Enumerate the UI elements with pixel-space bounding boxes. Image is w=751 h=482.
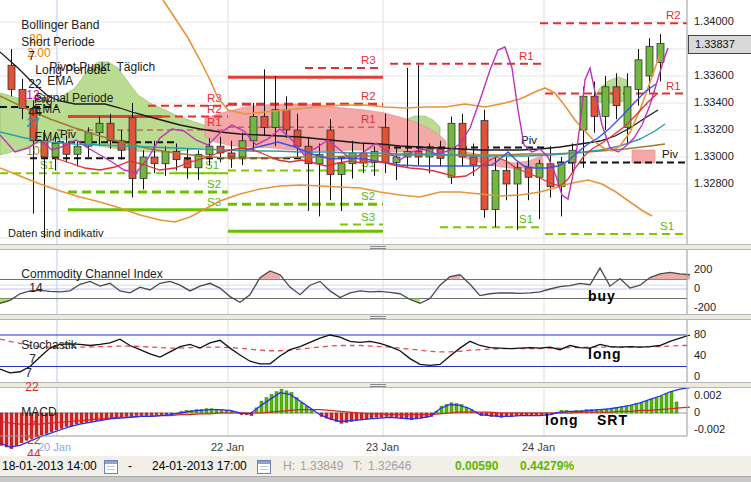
candlestick xyxy=(261,117,268,128)
candlestick xyxy=(228,153,235,157)
ema3-period: 100 xyxy=(26,144,46,158)
change-percent: 0.44279% xyxy=(520,459,574,473)
candlestick xyxy=(338,164,345,175)
macd-axis-label: -0.002 xyxy=(694,423,725,435)
pivot-level-label: R2 xyxy=(361,90,376,102)
pivot-level-label: R3 xyxy=(361,54,376,66)
stochastic-axis-label: 80 xyxy=(694,328,706,340)
macd-histogram-bar xyxy=(160,413,163,415)
x-axis-day-label: 24 Jan xyxy=(522,441,555,453)
current-price-tag: 1.33837 xyxy=(688,35,751,54)
price-axis-label: 1.33000 xyxy=(694,150,734,162)
cci-signal-text: buy xyxy=(588,288,616,304)
macd-histogram-bar xyxy=(665,393,668,413)
cci-axis-label: 200 xyxy=(694,263,712,275)
indicator-legend-row2: Short Periode 7 Long Periode 22 Signal P… xyxy=(8,21,113,133)
panel-splitter[interactable] xyxy=(0,244,751,250)
candlestick xyxy=(602,87,609,117)
status-bar: 18-01-2013 14:00 - 24-01-2013 17:00 H: 1… xyxy=(0,456,751,476)
splitter-grip-icon[interactable] xyxy=(370,246,386,249)
macd-histogram-bar xyxy=(655,398,658,413)
splitter-grip-icon[interactable] xyxy=(370,384,386,387)
cci-param: 14 xyxy=(29,281,42,295)
trading-chart-window: PivS1R3R2R1PivS1S2S3R3R2R1S1S2S3R1PivS1R… xyxy=(0,0,751,482)
signal-period-value: 44 xyxy=(28,105,41,119)
macd-histogram-bar xyxy=(80,413,83,423)
x-axis-day-label: 20 Jan xyxy=(38,441,71,453)
cci-panel-title: Commodity Channel Index 14 xyxy=(8,253,163,309)
macd-histogram-bar xyxy=(75,413,78,424)
disclaimer-note: Daten sind indikativ xyxy=(8,227,103,239)
macd-histogram-bar xyxy=(125,413,128,416)
pivot-level-label: S2 xyxy=(207,178,221,190)
pivot-level-label: R1 xyxy=(666,80,681,92)
macd-signal-text2: SRT xyxy=(597,412,628,428)
candlestick xyxy=(283,110,290,130)
macd-histogram-bar xyxy=(0,413,3,445)
macd-histogram-bar xyxy=(155,413,158,415)
bollinger-band-pink xyxy=(632,150,655,163)
macd-histogram-bar xyxy=(70,413,73,426)
price-axis-label: 1.33600 xyxy=(694,69,734,81)
candlestick xyxy=(613,87,620,106)
pivot-level-label: S1 xyxy=(519,213,533,225)
macd-histogram-bar xyxy=(130,413,133,416)
macd-histogram-bar xyxy=(150,413,153,416)
candlestick xyxy=(503,171,510,185)
macd-axis-label: 0.002 xyxy=(694,389,722,401)
candlestick xyxy=(206,146,213,154)
candlestick xyxy=(646,46,653,76)
stochastic-axis-label: 0 xyxy=(694,370,700,382)
calendar-icon[interactable] xyxy=(104,460,118,474)
bottom-edge-strip xyxy=(0,476,751,482)
long-period-label: Long Periode xyxy=(35,63,106,77)
long-period-value: 22 xyxy=(28,77,41,91)
macd-histogram-bar xyxy=(85,413,88,422)
x-axis-day-label: 22 Jan xyxy=(211,441,244,453)
macd-signal-text1: long xyxy=(545,412,579,428)
price-axis-label: 1.33400 xyxy=(694,96,734,108)
short-period-value: 7 xyxy=(28,49,35,63)
stochastic-signal-text: long xyxy=(588,346,622,362)
panel-splitter[interactable] xyxy=(0,314,751,320)
macd-histogram-bar xyxy=(145,413,148,416)
pivot-level-label: Piv xyxy=(662,148,678,160)
x-axis-day-label: 23 Jan xyxy=(366,441,399,453)
macd-histogram-bar xyxy=(65,413,68,427)
range-start-datetime: 18-01-2013 14:00 xyxy=(2,459,97,473)
candlestick xyxy=(162,152,169,164)
splitter-grip-icon[interactable] xyxy=(370,316,386,319)
macd-histogram-bar xyxy=(265,398,268,413)
stochastic-axis-label: 40 xyxy=(694,349,706,361)
low-value: 1.32646 xyxy=(368,459,411,473)
cci-axis-label: -200 xyxy=(694,301,716,313)
cci-axis-label: 0 xyxy=(694,282,700,294)
candlestick xyxy=(536,164,543,178)
macd-axis-label: 0 xyxy=(694,406,700,418)
macd-histogram-bar xyxy=(675,402,678,413)
signal-period-label: Signal Periode xyxy=(35,91,113,105)
panel-splitter[interactable] xyxy=(0,382,751,388)
pivot-level-label: R1 xyxy=(519,50,534,62)
pivot-level-label: S1 xyxy=(660,220,674,232)
candlestick xyxy=(272,110,279,128)
pivot-level-label: S3 xyxy=(361,211,375,223)
macd-histogram-bar xyxy=(60,413,63,428)
macd-histogram-bar xyxy=(670,392,673,413)
low-label: T: xyxy=(353,459,362,473)
macd-histogram-bar xyxy=(115,413,118,417)
price-axis-label: 1.34000 xyxy=(694,15,734,27)
short-period-label: Short Periode xyxy=(21,35,94,49)
macd-histogram-bar xyxy=(640,403,643,413)
price-axis-label: 1.33200 xyxy=(694,123,734,135)
macd-histogram-bar xyxy=(300,403,303,413)
macd-histogram-bar xyxy=(120,413,123,417)
macd-histogram-bar xyxy=(140,413,143,416)
macd-histogram-bar xyxy=(660,396,663,413)
pivot-level-label: S2 xyxy=(361,190,375,202)
change-absolute: 0.00590 xyxy=(455,459,498,473)
macd-histogram-bar xyxy=(635,404,638,413)
pivot-level-label: R2 xyxy=(666,9,681,21)
macd-histogram-bar xyxy=(135,413,138,416)
calendar-icon[interactable] xyxy=(257,460,271,474)
